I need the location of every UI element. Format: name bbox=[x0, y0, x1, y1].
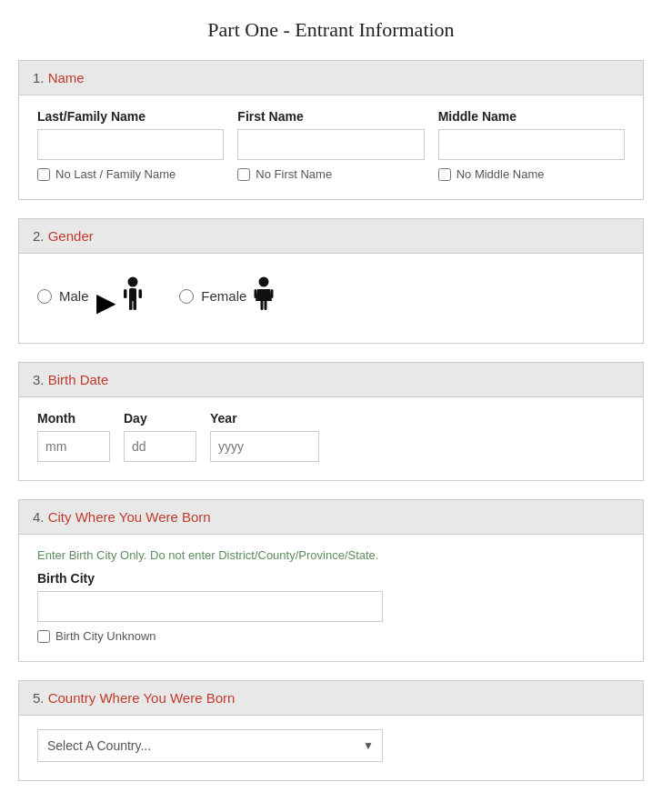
no-middle-name-checkbox[interactable] bbox=[438, 168, 451, 181]
last-family-name-label: Last/Family Name bbox=[37, 109, 224, 124]
no-middle-name-row: No Middle Name bbox=[438, 167, 625, 181]
gender-male-label: Male bbox=[59, 288, 89, 304]
day-group: Day bbox=[124, 411, 196, 462]
no-middle-name-label: No Middle Name bbox=[456, 167, 545, 181]
page-title: Part One - Entrant Information bbox=[18, 18, 644, 42]
birth-city-unknown-checkbox[interactable] bbox=[37, 630, 50, 643]
no-first-name-label: No First Name bbox=[256, 167, 332, 181]
section-birth-country-body: Select A Country... ▼ bbox=[19, 716, 643, 780]
country-select-wrapper: Select A Country... ▼ bbox=[37, 729, 383, 762]
section-birth-date-header: 3. Birth Date bbox=[19, 363, 643, 397]
middle-name-label: Middle Name bbox=[438, 109, 625, 124]
no-last-name-checkbox[interactable] bbox=[37, 168, 50, 181]
birth-city-input[interactable] bbox=[37, 591, 383, 622]
svg-rect-1 bbox=[129, 288, 136, 301]
country-select[interactable]: Select A Country... bbox=[37, 729, 383, 762]
svg-rect-3 bbox=[134, 299, 137, 310]
birth-city-unknown-row: Birth City Unknown bbox=[37, 629, 625, 643]
gender-male-option[interactable]: Male ▶ bbox=[37, 276, 143, 316]
section-gender-body: Male ▶ Female bbox=[19, 254, 643, 343]
birth-city-hint: Enter Birth City Only. Do not enter Dist… bbox=[37, 548, 625, 562]
female-icon bbox=[254, 276, 274, 316]
last-family-name-input[interactable] bbox=[37, 129, 224, 160]
middle-name-group: Middle Name No Middle Name bbox=[438, 109, 625, 181]
section-birth-country: 5. Country Where You Were Born Select A … bbox=[18, 680, 644, 781]
no-last-name-row: No Last / Family Name bbox=[37, 167, 224, 181]
male-icon: ▶ bbox=[96, 276, 144, 316]
section-name: 1. Name Last/Family Name No Last / Famil… bbox=[18, 60, 644, 200]
section-birth-date-body: Month Day Year bbox=[19, 397, 643, 480]
section-name-header: 1. Name bbox=[19, 61, 643, 95]
svg-point-0 bbox=[128, 277, 138, 287]
no-first-name-row: No First Name bbox=[237, 167, 424, 181]
svg-rect-10 bbox=[255, 289, 257, 298]
section-birth-date-title: Birth Date bbox=[48, 372, 109, 387]
birth-city-unknown-label: Birth City Unknown bbox=[55, 629, 156, 643]
male-figure-svg bbox=[123, 276, 143, 311]
name-fields-container: Last/Family Name No Last / Family Name F… bbox=[37, 109, 625, 181]
month-group: Month bbox=[37, 411, 110, 462]
section-gender-title: Gender bbox=[48, 228, 94, 244]
gender-male-radio[interactable] bbox=[37, 289, 52, 304]
day-label: Day bbox=[124, 411, 196, 426]
section-name-body: Last/Family Name No Last / Family Name F… bbox=[19, 95, 643, 199]
first-name-input[interactable] bbox=[237, 129, 424, 160]
svg-rect-2 bbox=[129, 299, 133, 310]
section-gender: 2. Gender Male ▶ bbox=[18, 218, 644, 344]
section-birth-city-header: 4. City Where You Were Born bbox=[19, 500, 643, 535]
last-family-name-group: Last/Family Name No Last / Family Name bbox=[37, 109, 224, 181]
svg-marker-7 bbox=[256, 289, 272, 301]
no-first-name-checkbox[interactable] bbox=[237, 168, 250, 181]
section-gender-number: 2. bbox=[33, 228, 45, 244]
month-input[interactable] bbox=[37, 431, 110, 462]
section-gender-header: 2. Gender bbox=[19, 219, 643, 254]
female-figure-svg bbox=[254, 276, 274, 311]
section-birth-city-title: City Where You Were Born bbox=[48, 509, 211, 525]
section-birth-country-title: Country Where You Were Born bbox=[48, 690, 236, 706]
svg-rect-4 bbox=[124, 289, 127, 298]
first-name-group: First Name No First Name bbox=[237, 109, 424, 181]
month-label: Month bbox=[37, 411, 110, 426]
section-birth-country-number: 5. bbox=[33, 690, 45, 706]
birth-city-field-label: Birth City bbox=[37, 571, 95, 586]
svg-rect-11 bbox=[271, 289, 274, 298]
section-birth-city-body: Enter Birth City Only. Do not enter Dist… bbox=[19, 535, 643, 661]
year-input[interactable] bbox=[210, 431, 319, 462]
gender-female-label: Female bbox=[201, 288, 246, 304]
section-birth-city-number: 4. bbox=[33, 509, 45, 525]
gender-female-option[interactable]: Female bbox=[179, 276, 274, 316]
svg-rect-5 bbox=[139, 289, 143, 298]
gender-options-container: Male ▶ Female bbox=[37, 267, 625, 325]
section-birth-country-header: 5. Country Where You Were Born bbox=[19, 681, 643, 716]
svg-rect-8 bbox=[261, 300, 264, 310]
section-birth-city: 4. City Where You Were Born Enter Birth … bbox=[18, 499, 644, 662]
section-birth-date: 3. Birth Date Month Day Year bbox=[18, 362, 644, 481]
gender-female-radio[interactable] bbox=[179, 289, 194, 304]
date-fields-container: Month Day Year bbox=[37, 411, 625, 462]
no-last-name-label: No Last / Family Name bbox=[55, 167, 176, 181]
section-name-number: 1. bbox=[33, 70, 45, 85]
svg-rect-9 bbox=[265, 300, 267, 310]
first-name-label: First Name bbox=[237, 109, 424, 124]
year-group: Year bbox=[210, 411, 319, 462]
day-input[interactable] bbox=[124, 431, 196, 462]
section-name-title: Name bbox=[48, 70, 85, 85]
middle-name-input[interactable] bbox=[438, 129, 625, 160]
section-birth-date-number: 3. bbox=[33, 372, 45, 387]
svg-point-6 bbox=[259, 277, 269, 287]
year-label: Year bbox=[210, 411, 319, 426]
